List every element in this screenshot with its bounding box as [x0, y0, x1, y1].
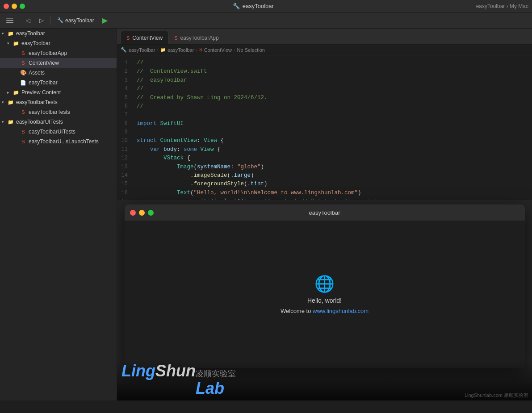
- breadcrumb: 🔧 easyToolbar 📁 easyToolbar S ContentVie…: [117, 45, 532, 55]
- toolbar-separator: [19, 17, 19, 25]
- run-button[interactable]: ▶: [99, 15, 111, 26]
- sidebar-label-root: easyToolbar: [16, 30, 45, 37]
- sidebar-label-group: easyToolbar: [21, 40, 50, 46]
- app-fullscreen-button[interactable]: [148, 210, 154, 216]
- forward-button[interactable]: ▷: [35, 15, 48, 26]
- sidebar-item-contentview[interactable]: S ContentView: [0, 58, 117, 68]
- app-window-traffic-lights: [130, 210, 154, 216]
- code-line-6: 6 //: [117, 102, 532, 111]
- sidebar-item-tests-group[interactable]: 📁 easyToolbarTests: [0, 97, 117, 107]
- tab-easytoolbarapp[interactable]: S easyToolbarApp: [168, 31, 224, 44]
- folder-icon: 📁: [7, 118, 14, 125]
- watermark-lab-cn: 凌顺实验室: [196, 368, 236, 379]
- code-line-12: 12 VStack {: [117, 154, 532, 163]
- main-layout: 📁 easyToolbar 📁 easyToolbar S easyToolba…: [0, 29, 532, 400]
- code-line-11: 11 var body: some View {: [117, 146, 532, 154]
- code-line-15: 15 .foregroundStyle(.tint): [117, 180, 532, 188]
- sidebar-item-assets[interactable]: 🎨 Assets: [0, 68, 117, 78]
- sidebar-item-group[interactable]: 📁 easyToolbar: [0, 38, 117, 48]
- code-line-5: 5 // Created by Shawn Ling on 2024/6/12.: [117, 94, 532, 102]
- code-line-1: 1 //: [117, 59, 532, 67]
- watermark-bottom-right: LingShunlab.com 凌顺实验室: [465, 392, 528, 399]
- breadcrumb-folder-icon: 📁: [160, 47, 166, 52]
- sidebar-toggle-button[interactable]: [4, 15, 16, 26]
- plist-icon: 📄: [20, 79, 27, 86]
- welcome-link[interactable]: www.lingshunlab.com: [313, 308, 369, 314]
- app-window-titlebar: easyToolbar: [125, 204, 525, 221]
- back-button[interactable]: ◁: [22, 15, 34, 26]
- breadcrumb-part-4: No Selection: [237, 47, 265, 53]
- code-line-3: 3 // easyToolbar: [117, 76, 532, 85]
- toolbar: ◁ ▷ 🔧 easyToolbar ▶: [0, 13, 532, 29]
- app-content-inner: 🌐 Hello, world! Welcome to www.lingshunl…: [281, 275, 369, 314]
- swift-icon: S: [20, 108, 27, 116]
- sidebar-label-easytoolbarapp: easyToolbarApp: [29, 50, 67, 56]
- breadcrumb-part-2: easyToolbar: [168, 47, 194, 53]
- close-button[interactable]: [4, 4, 9, 9]
- code-line-8: 8 import SwiftUI: [117, 120, 532, 128]
- sidebar-label-uitests: easyToolbarUITests: [16, 119, 63, 125]
- traffic-lights: [4, 4, 25, 9]
- code-line-7: 7: [117, 111, 532, 119]
- app-minimize-button[interactable]: [139, 210, 145, 216]
- sidebar-item-tests-file[interactable]: S easyToolbarTests: [0, 107, 117, 117]
- globe-icon: 🌐: [314, 275, 335, 293]
- code-line-13: 13 Image(systemName: "globe"): [117, 163, 532, 171]
- swift-icon: S: [20, 138, 27, 145]
- app-title: easyToolbar: [243, 3, 274, 9]
- breadcrumb-swift-icon: S: [199, 47, 202, 52]
- toolbar-separator-2: [50, 17, 51, 25]
- tab-easytoolbarapp-label: easyToolbarApp: [180, 35, 219, 41]
- sidebar-item-uitests-file[interactable]: S easyToolbarUITests: [0, 127, 117, 137]
- welcome-text: Welcome to www.lingshunlab.com: [281, 308, 369, 314]
- tab-contentview[interactable]: S ContentView: [121, 31, 168, 44]
- fullscreen-button[interactable]: [20, 4, 25, 9]
- sidebar-label-assets: Assets: [29, 70, 45, 76]
- titlebar-right: easyToolbar › My Mac: [476, 3, 528, 9]
- chevron-icon: [2, 31, 7, 36]
- titlebar-app-name: 🔧 easyToolbar: [30, 3, 476, 9]
- breadcrumb-sep-3: [234, 47, 235, 53]
- folder-blue-icon: 📁: [13, 40, 20, 47]
- breadcrumb-part-3: ContentView: [204, 47, 232, 53]
- scheme-label: easyToolbar: [65, 17, 94, 24]
- folder-icon: 📁: [13, 89, 20, 96]
- sidebar-item-launch-file[interactable]: S easyToolbarU...sLaunchTests: [0, 137, 117, 146]
- folder-icon: 📁: [7, 99, 14, 106]
- assets-icon: 🎨: [20, 69, 27, 76]
- sidebar-item-easytoolbarapp[interactable]: S easyToolbarApp: [0, 48, 117, 58]
- sidebar-label-plist: easyToolbar: [29, 79, 58, 86]
- app-window-content: 🌐 Hello, world! Welcome to www.lingshunl…: [125, 221, 525, 368]
- code-line-4: 4 //: [117, 85, 532, 93]
- sidebar-label-tests-file: easyToolbarTests: [29, 109, 70, 115]
- breadcrumb-part-1: easyToolbar: [129, 47, 155, 53]
- sidebar-item-root[interactable]: 📁 easyToolbar: [0, 29, 117, 38]
- app-window: easyToolbar 🌐 Hello, world! Welcome to w…: [125, 204, 525, 368]
- watermark-lab: Lab: [196, 379, 236, 398]
- tab-contentview-label: ContentView: [132, 35, 163, 41]
- sidebar-item-uitests-group[interactable]: 📁 easyToolbarUITests: [0, 117, 117, 127]
- scheme-selector[interactable]: 🔧 easyToolbar: [54, 15, 98, 26]
- swift-icon: S: [20, 50, 27, 57]
- breadcrumb-sep-1: [157, 47, 159, 53]
- app-close-button[interactable]: [130, 210, 136, 216]
- svg-rect-1: [6, 20, 13, 21]
- watermark-lab-group: 凌顺实验室 Lab: [196, 368, 236, 398]
- chevron-icon: [7, 90, 13, 95]
- code-line-9: 9: [117, 128, 532, 137]
- chevron-icon: [2, 120, 7, 124]
- app-icon: 🔧: [233, 3, 240, 9]
- editor-area: S ContentView S easyToolbarApp 🔧 easyToo…: [117, 29, 532, 400]
- sidebar-item-plist[interactable]: 📄 easyToolbar: [0, 78, 117, 88]
- svg-rect-0: [6, 18, 13, 19]
- breadcrumb-sep-2: [196, 47, 197, 53]
- code-line-14: 14 .imageScale(.large): [117, 171, 532, 180]
- code-line-2: 2 // ContentView.swift: [117, 67, 532, 76]
- minimize-button[interactable]: [12, 4, 17, 9]
- tab-bar: S ContentView S easyToolbarApp: [117, 29, 532, 45]
- titlebar: 🔧 easyToolbar easyToolbar › My Mac: [0, 0, 532, 13]
- code-editor[interactable]: 1 // 2 // ContentView.swift 3 // easyToo…: [117, 55, 532, 200]
- hello-world-text: Hello, world!: [307, 297, 342, 304]
- scheme-icon: 🔧: [57, 17, 63, 23]
- sidebar-item-preview[interactable]: 📁 Preview Content: [0, 88, 117, 97]
